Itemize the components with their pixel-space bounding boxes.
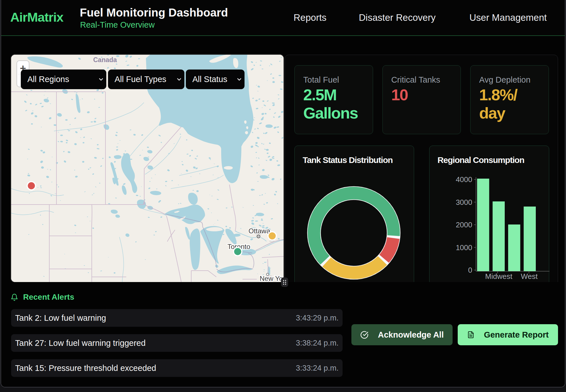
svg-text:3000: 3000 — [456, 198, 472, 207]
svg-text:1000: 1000 — [456, 243, 472, 252]
svg-text:Ottawa: Ottawa — [249, 227, 270, 235]
svg-text:2000: 2000 — [456, 220, 472, 229]
svg-text:0: 0 — [468, 266, 472, 274]
svg-text:4000: 4000 — [456, 175, 472, 184]
svg-text:West: West — [521, 272, 538, 281]
svg-text:Canada: Canada — [93, 56, 117, 64]
svg-text:Midwest: Midwest — [485, 272, 512, 281]
svg-text:New York: New York — [260, 275, 284, 282]
